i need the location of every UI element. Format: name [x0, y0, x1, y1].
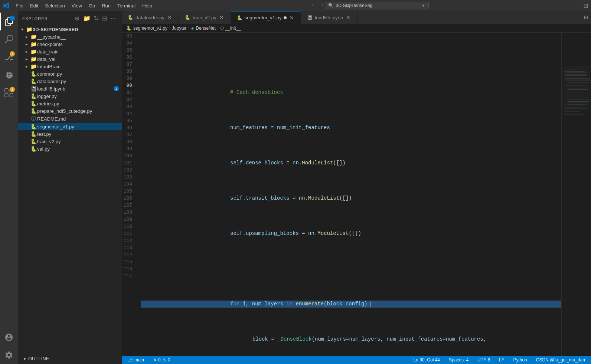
- sidebar-item-checkpoints[interactable]: ▸ 📁 checkpoints: [18, 40, 122, 48]
- breadcrumb-densenet[interactable]: ◈ DenseNet: [191, 26, 215, 31]
- sidebar-item-common[interactable]: ▸ 🐍 common.py: [18, 70, 122, 78]
- status-spaces[interactable]: Spaces: 4: [447, 356, 470, 364]
- status-branch[interactable]: ⎇ main: [126, 356, 146, 364]
- logger-label: logger.py: [37, 94, 57, 99]
- code-line-86: self.dense_blocks = nn.ModuleList([]): [141, 160, 561, 167]
- train-v2-tab-label: train_v2.py: [193, 15, 216, 20]
- code-line-84: # Each denseblock: [141, 89, 561, 96]
- tab-loadh5[interactable]: 📓 loadH5.ipynb ✕: [301, 11, 357, 24]
- sidebar-item-infantbrain[interactable]: ▸ 📁 InfantBrain: [18, 63, 122, 70]
- menu-help[interactable]: Help: [139, 2, 155, 9]
- status-errors[interactable]: ✕ 0 ⚠ 0: [151, 356, 172, 364]
- warning-icon: ⚠: [162, 357, 166, 363]
- sidebar-item-segmentor[interactable]: ▸ 🐍 segmentor_v1.py: [18, 123, 122, 130]
- sidebar-item-pycache[interactable]: ▸ 📁 __pycache__: [18, 33, 122, 40]
- train-v2-tab-close[interactable]: ✕: [219, 14, 225, 20]
- sidebar-outline[interactable]: ▸ OUTLINE: [18, 355, 122, 363]
- new-folder-icon[interactable]: 📁: [82, 14, 92, 23]
- activity-settings[interactable]: [0, 346, 18, 364]
- sidebar-item-prepare[interactable]: ▸ 🐍 prepare_hdf5_cutedge.py: [18, 107, 122, 115]
- dataloader-label: dataloader.py: [37, 79, 66, 84]
- cls-denseblock: _DenseBlock: [277, 336, 311, 343]
- sidebar-item-test[interactable]: ▸ 🐍 test.py: [18, 130, 122, 138]
- loadh5-tab-close[interactable]: ✕: [345, 14, 351, 20]
- status-encoding[interactable]: UTF-8: [476, 356, 492, 364]
- checkpoints-arrow: ▸: [24, 42, 30, 47]
- var-block: block: [252, 336, 268, 343]
- sidebar-item-data-train[interactable]: ▸ 📁 data_train: [18, 48, 122, 55]
- line-88: 88: [122, 68, 135, 75]
- fn-modulelist-87: ModuleList: [308, 195, 339, 202]
- svg-rect-23: [565, 114, 583, 115]
- layout-icon[interactable]: ⊟: [584, 1, 588, 10]
- activity-search[interactable]: [0, 30, 18, 48]
- menu-edit[interactable]: Edit: [27, 2, 41, 9]
- dataloader-tab-close[interactable]: ✕: [167, 14, 173, 20]
- sidebar-item-dataloader[interactable]: ▸ 🐍 dataloader.py: [18, 78, 122, 85]
- menu-selection[interactable]: Selection: [42, 2, 68, 9]
- menu-view[interactable]: View: [69, 2, 85, 9]
- status-line-col[interactable]: Ln 90, Col 44: [412, 356, 441, 364]
- code-line-83: [141, 54, 561, 61]
- activity-debug[interactable]: [0, 66, 18, 84]
- code-line-88: self.upsampling_blocks = nn.ModuleList([…: [141, 230, 561, 237]
- editor-with-minimap: 83 84 85 86 87 88 89 90 91 92 93 94 95 9…: [122, 33, 591, 356]
- root-folder[interactable]: ▾ 📁 3D-SKIPDENSESEG: [18, 26, 122, 33]
- refresh-icon[interactable]: ↻: [93, 14, 100, 23]
- sidebar-item-readme[interactable]: ▸ ⓘ README.md: [18, 115, 122, 123]
- svg-rect-22: [565, 113, 586, 113]
- code-content[interactable]: # Each denseblock num_features = num_ini…: [140, 33, 561, 356]
- collapse-icon[interactable]: ⊟: [101, 14, 108, 23]
- sidebar-item-data-val[interactable]: ▸ 📁 data_val: [18, 55, 122, 63]
- status-bar: ⎇ main ✕ 0 ⚠ 0 Ln 90, Col 44 Spaces: 4 U…: [122, 356, 591, 364]
- segmentor-label: segmentor_v1.py: [37, 124, 74, 129]
- forward-button[interactable]: →: [318, 2, 325, 9]
- minimap: [561, 33, 591, 356]
- status-language[interactable]: Python: [512, 356, 528, 364]
- infantbrain-label: InfantBrain: [37, 64, 61, 69]
- search-box[interactable]: 🔍 3D-SkipDenseSeg ▼: [325, 2, 429, 9]
- new-file-icon[interactable]: ⊕: [74, 14, 81, 23]
- git-branch-icon: ⎇: [128, 357, 133, 363]
- breadcrumb-file[interactable]: 🐍 segmentor_v1.py: [126, 26, 167, 31]
- sidebar-item-logger[interactable]: ▸ 🐍 logger.py: [18, 92, 122, 100]
- title-bar-right: ⊟: [584, 1, 588, 10]
- tab-segmentor-v1[interactable]: 🐍 segmentor_v1.py ✕: [231, 11, 301, 24]
- menu-file[interactable]: File: [13, 2, 26, 9]
- breadcrumb-jupyter[interactable]: Jupyter: [172, 26, 186, 31]
- warning-count: 0: [168, 357, 170, 363]
- more-options-icon[interactable]: ⋯: [110, 14, 117, 23]
- activity-account[interactable]: [0, 328, 18, 346]
- pycache-arrow: ▸: [24, 35, 30, 39]
- segmentor-tab-close[interactable]: ✕: [289, 15, 295, 21]
- line-col-text: Ln 90, Col 44: [414, 357, 440, 363]
- sidebar-item-train[interactable]: ▸ 🐍 train_v2.py: [18, 138, 122, 145]
- back-button[interactable]: ←: [310, 2, 317, 9]
- activity-explorer[interactable]: [0, 13, 18, 30]
- status-eol[interactable]: LF: [497, 356, 506, 364]
- code-line-85: num_features = num_init_features: [141, 124, 561, 131]
- fn-modulelist-86: ModuleList: [302, 160, 333, 167]
- menu-go[interactable]: Go: [86, 2, 98, 9]
- menu-run[interactable]: Run: [99, 2, 114, 9]
- search-dropdown-icon[interactable]: ▼: [421, 3, 425, 8]
- code-editor[interactable]: 83 84 85 86 87 88 89 90 91 92 93 94 95 9…: [122, 33, 561, 356]
- sidebar-item-val[interactable]: ▸ 🐍 val.py: [18, 145, 122, 153]
- loadh5-tab-label: loadH5.ipynb: [315, 15, 343, 20]
- breadcrumb-init[interactable]: ⬡ __init__: [220, 26, 241, 31]
- tab-dataloader[interactable]: 🐍 dataloader.py ✕: [122, 11, 179, 24]
- title-bar: File Edit Selection View Go Run Terminal…: [0, 0, 591, 11]
- sidebar-item-metrics[interactable]: ▸ 🐍 metrics.py: [18, 100, 122, 107]
- outline-label: OUTLINE: [28, 356, 49, 361]
- activity-extensions[interactable]: 1: [0, 84, 18, 102]
- line-93: 93: [122, 103, 135, 110]
- sidebar-item-loadh5[interactable]: ▸ 📓 loadH5.ipynb 1: [18, 85, 122, 92]
- data-train-arrow: ▸: [24, 49, 30, 54]
- tab-train-v2[interactable]: 🐍 train_v2.py ✕: [179, 11, 231, 24]
- menu-terminal[interactable]: Terminal: [114, 2, 138, 9]
- test-label: test.py: [37, 131, 51, 137]
- git-badge: 1: [10, 51, 15, 56]
- activity-git[interactable]: ⎇ 1: [0, 48, 18, 66]
- split-editor-icon[interactable]: ⊟: [584, 13, 588, 22]
- line-90: 90: [122, 82, 135, 89]
